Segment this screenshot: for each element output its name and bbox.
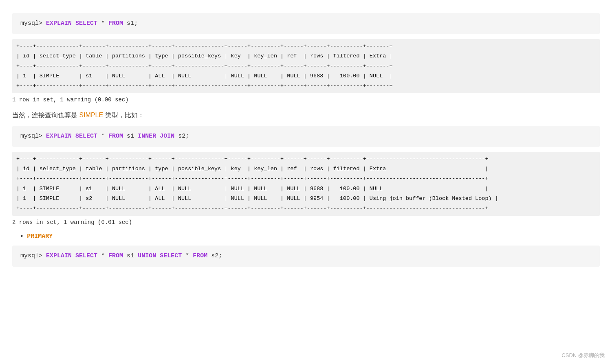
code-block-3: mysql> EXPLAIN SELECT * FROM s1 UNION SE… [12, 246, 600, 267]
kw-from-3a: FROM [108, 252, 123, 259]
kw-explain-3: EXPLAIN [46, 252, 72, 259]
kw-select-2: SELECT [75, 133, 97, 140]
prompt-1: mysql> [20, 20, 46, 27]
prompt-3: mysql> [20, 252, 46, 259]
kw-union: UNION [138, 252, 156, 259]
table-ref-1: s1 [127, 20, 134, 27]
table-ref-s1: s1 [127, 133, 134, 140]
result-text-2: 2 rows in set, 1 warning (0.01 sec) [12, 219, 600, 226]
prose-after-1: 类型，比如： [103, 112, 144, 118]
bullet-label-primary: PRIMARY [27, 233, 53, 240]
explain-table-1: +----+-------------+-------+------------… [12, 39, 600, 93]
prose-before-1: 当然，连接查询也算是 [12, 112, 79, 118]
kw-select-1: SELECT [75, 20, 97, 27]
kw-from-2: FROM [108, 133, 123, 140]
explain-table-2: +----+-------------+-------+------------… [12, 152, 600, 216]
code-block-2: mysql> EXPLAIN SELECT * FROM s1 INNER JO… [12, 126, 600, 147]
kw-inner: INNER JOIN [138, 133, 174, 140]
kw-from-3b: FROM [193, 252, 207, 259]
prompt-2: mysql> [20, 133, 46, 140]
table-ref-s1-3: s1 [127, 252, 134, 259]
prose-highlight-1: SIMPLE [79, 112, 103, 118]
prose-text-1: 当然，连接查询也算是 SIMPLE 类型，比如： [12, 110, 600, 121]
kw-select-3b: SELECT [160, 252, 182, 259]
result-text-1: 1 row in set, 1 warning (0.00 sec) [12, 96, 600, 103]
table-ref-s2-3: s2 [211, 252, 218, 259]
bullet-primary: • PRIMARY [20, 232, 600, 241]
code-block-1: mysql> EXPLAIN SELECT * FROM s1; [12, 13, 600, 34]
bullet-dot: • [20, 232, 23, 241]
table-ref-s2: s2 [178, 133, 185, 140]
kw-select-3a: SELECT [75, 252, 97, 259]
kw-explain-1: EXPLAIN [46, 20, 72, 27]
kw-from-1: FROM [108, 20, 123, 27]
kw-explain-2: EXPLAIN [46, 133, 72, 140]
